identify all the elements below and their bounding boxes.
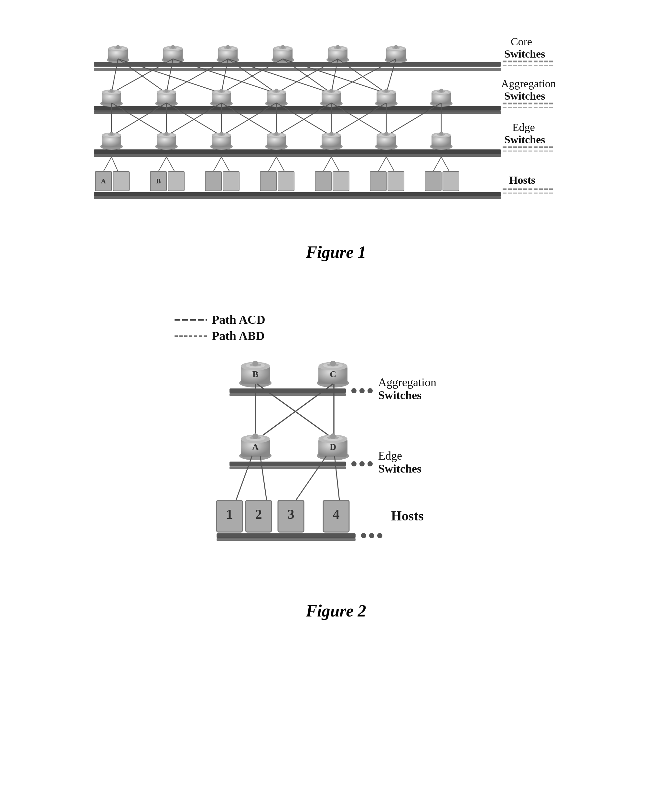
svg-rect-259 [217,533,356,538]
svg-rect-224 [230,393,346,396]
svg-rect-187 [278,171,294,191]
switch-d: D [317,433,349,460]
svg-point-250 [351,461,356,467]
svg-point-7 [116,45,120,49]
figure1-container: A B [26,32,646,262]
svg-line-173 [386,157,394,171]
svg-line-162 [103,157,111,171]
svg-rect-248 [230,462,346,466]
svg-rect-191 [388,171,404,191]
svg-point-246 [330,433,336,439]
svg-line-174 [433,157,441,171]
svg-point-161 [439,132,443,136]
svg-point-225 [351,388,356,393]
svg-rect-176 [94,192,501,196]
svg-point-13 [171,45,175,49]
svg-point-221 [330,360,336,367]
svg-line-164 [158,157,167,171]
svg-text:1: 1 [226,507,233,522]
core-switches-label: Switches [504,48,545,60]
svg-text:4: 4 [333,507,339,522]
svg-text:B: B [252,369,258,379]
svg-rect-190 [370,171,386,191]
svg-text:2: 2 [255,507,262,522]
svg-text:Switches: Switches [504,134,545,146]
svg-point-263 [377,533,382,538]
switch-c: C [317,360,349,387]
svg-line-163 [111,157,118,171]
svg-rect-118 [94,149,501,154]
core-label: Core [511,36,532,48]
figure2-diagram: Path ACD Path ABD B [142,301,530,591]
figure2-svg: Path ACD Path ABD B [142,301,530,591]
svg-text:Switches: Switches [378,389,422,402]
svg-rect-119 [94,154,501,157]
svg-text:A: A [101,177,106,185]
svg-rect-0 [94,62,501,66]
svg-rect-186 [260,171,276,191]
svg-text:D: D [329,442,336,452]
svg-rect-260 [217,538,356,541]
svg-point-262 [369,533,374,538]
svg-point-37 [394,45,398,49]
svg-text:A: A [252,442,258,452]
svg-rect-192 [425,171,441,191]
svg-line-171 [331,157,339,171]
svg-line-166 [214,157,222,171]
svg-text:Hosts: Hosts [391,508,424,523]
svg-point-239 [252,433,258,439]
svg-rect-184 [205,171,222,191]
switch-b: B [239,360,271,387]
switch-a: A [239,433,271,460]
legend-path-abd: Path ABD [212,329,265,342]
svg-rect-185 [223,171,239,191]
svg-text:3: 3 [287,507,294,522]
svg-text:Aggregation: Aggregation [501,78,556,90]
svg-text:Aggregation: Aggregation [378,376,436,389]
svg-line-168 [268,157,276,171]
svg-line-175 [441,157,449,171]
svg-point-19 [226,45,230,49]
figure1-svg: A B [61,36,611,230]
svg-text:Hosts: Hosts [509,174,535,186]
svg-rect-223 [230,389,346,393]
svg-line-170 [323,157,331,171]
svg-line-169 [276,157,285,171]
svg-point-125 [109,132,113,136]
svg-point-214 [252,360,258,367]
svg-point-63 [109,89,113,93]
svg-line-167 [222,157,230,171]
svg-point-99 [439,89,443,93]
svg-text:Edge: Edge [378,449,402,462]
svg-point-226 [359,388,364,393]
svg-point-261 [361,533,366,538]
svg-point-227 [367,388,373,393]
svg-point-155 [384,132,388,136]
svg-text:C: C [329,369,336,379]
svg-rect-193 [443,171,459,191]
svg-point-137 [220,132,223,136]
svg-point-81 [275,89,278,93]
figure1-caption: Figure 1 [306,242,366,262]
svg-rect-188 [315,171,331,191]
svg-point-252 [367,461,373,467]
svg-point-93 [384,89,388,93]
svg-text:Switches: Switches [504,90,545,102]
svg-point-69 [164,89,169,93]
svg-text:B: B [156,177,161,185]
figure2-container: Path ACD Path ABD B [26,301,646,620]
svg-rect-57 [94,111,501,114]
svg-point-143 [275,132,278,136]
svg-text:Edge: Edge [512,121,535,133]
svg-point-131 [164,132,169,136]
svg-point-87 [329,89,333,93]
svg-rect-180 [113,171,129,191]
svg-rect-177 [94,196,501,199]
svg-line-172 [378,157,386,171]
svg-point-149 [329,132,333,136]
legend-path-acd: Path ACD [212,313,265,326]
figure1-diagram: A B [61,32,611,233]
svg-point-31 [336,45,340,49]
svg-line-165 [167,157,175,171]
svg-rect-183 [168,171,184,191]
